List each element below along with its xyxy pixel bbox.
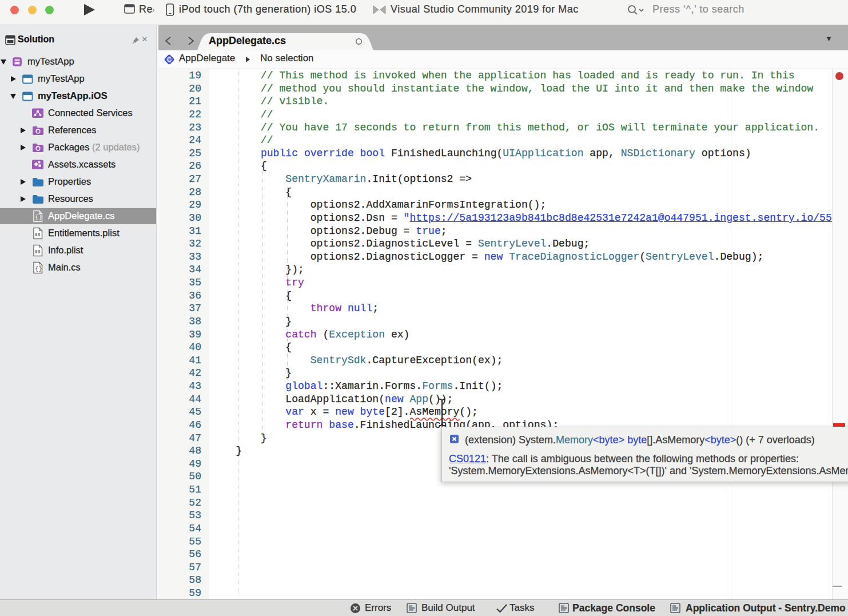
svg-text:{}: {} (35, 265, 42, 272)
svg-text:{}: {} (35, 214, 42, 221)
svg-text:C: C (167, 56, 172, 63)
